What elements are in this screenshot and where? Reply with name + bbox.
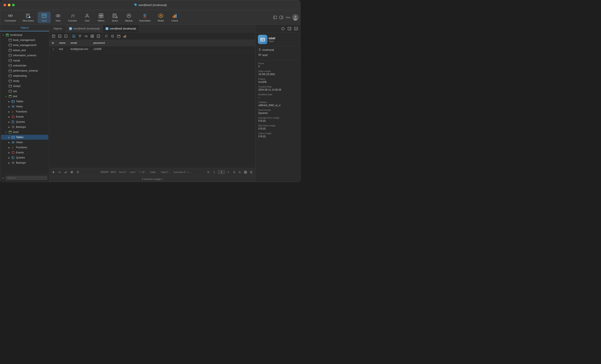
tree-item-test2-events[interactable]: ▶ ! Events [1, 150, 48, 155]
tree-item-test-views[interactable]: ▶ Views [1, 104, 48, 109]
sidebar-resize-handle[interactable]: ⇔ [2, 176, 4, 179]
prev-page-btn[interactable] [212, 170, 217, 175]
toolbar-connection[interactable]: Connection [2, 12, 19, 23]
tree-item-test-backups[interactable]: ▶ Backups [1, 125, 48, 129]
tree-item-study2[interactable]: study2 [1, 84, 48, 89]
tree-item-test-events[interactable]: ▶ ! Events [1, 114, 48, 119]
edit-row-btn[interactable] [57, 34, 62, 39]
export-btn[interactable] [71, 34, 77, 39]
sidebar-tab-objects[interactable]: Objects [0, 25, 49, 31]
settings-btn[interactable] [237, 170, 242, 175]
table-body: 1 test test@gmail.com 123456 [49, 46, 255, 52]
stop-btn[interactable] [110, 34, 115, 39]
function-label: Function [68, 20, 77, 22]
info-toggle-btn[interactable]: i [280, 26, 286, 31]
tree-item-sys[interactable]: sys [1, 89, 48, 94]
tree-item-onlineorder[interactable]: onlineOrder [1, 63, 48, 68]
list-display-btn[interactable] [249, 170, 254, 175]
table-row[interactable]: 1 test test@gmail.com 123456 [49, 46, 255, 52]
sidebar-bottom: ⇔ [0, 174, 49, 182]
minimize-button[interactable] [8, 4, 10, 6]
svg-rect-43 [273, 16, 277, 19]
sidebar-toggle-icon[interactable] [272, 15, 278, 20]
tree-item-test2-queries[interactable]: ▶ Queries [1, 155, 48, 160]
next-page-btn[interactable] [226, 170, 231, 175]
tree-item-ebean-test[interactable]: ebean_test [1, 48, 48, 53]
toolbar-automation[interactable]: Automation [136, 12, 154, 23]
delete-row-btn[interactable] [63, 34, 69, 39]
toolbar-function[interactable]: ƒ Function [65, 12, 80, 23]
columns-btn[interactable] [96, 34, 101, 39]
right-panel-icon-row: i [255, 25, 300, 33]
stop-record-btn[interactable] [82, 170, 87, 175]
add-row-btn[interactable] [51, 34, 56, 39]
sidebar-tree[interactable]: ▾ localmysql book_management [0, 31, 49, 174]
toolbar-user[interactable]: User [80, 12, 94, 23]
svg-rect-114 [97, 35, 100, 38]
toolbar-new-query[interactable]: New Query [20, 12, 37, 23]
tree-item-book-management3[interactable]: book_management3 [1, 43, 48, 48]
toolbar-others[interactable]: Others [94, 12, 108, 23]
toolbar-backup[interactable]: Backup [122, 12, 136, 23]
toolbar-query[interactable]: Query [108, 12, 121, 23]
svg-point-58 [9, 75, 12, 76]
bottom-sql-text: INSERT INTO `test2`.`user` (`id`, `name`… [88, 171, 205, 174]
chart-btn[interactable] [122, 34, 127, 39]
tree-item-test-functions[interactable]: ▶ ƒ Functions [1, 109, 48, 114]
column-header-id[interactable]: id [49, 40, 56, 46]
data-table-container[interactable]: id name email password 1 test test@gmail… [49, 40, 255, 168]
grid-view-btn[interactable] [90, 34, 95, 39]
toolbar-view[interactable]: View [51, 12, 65, 23]
toolbar-charts[interactable]: Charts [168, 12, 181, 23]
svg-rect-120 [117, 35, 120, 38]
close-button[interactable] [3, 4, 6, 6]
folder-event-icon-test2: ! [11, 151, 15, 154]
columns-panel-btn[interactable] [287, 26, 292, 31]
search-input[interactable] [6, 176, 48, 180]
tree-item-test-queries[interactable]: ▶ Queries [1, 119, 48, 124]
info-row-max-data-len: Max Data Length 0 B (0) [258, 124, 297, 130]
tree-item-book-management[interactable]: book_management [1, 38, 48, 42]
toolbar-model[interactable]: Model [154, 12, 167, 23]
info-row-modified: Modified Date -- [258, 93, 297, 99]
info-label-collation: Collation [258, 101, 297, 103]
refresh-btn[interactable] [104, 34, 109, 39]
panel-toggle-icon[interactable] [279, 15, 284, 20]
tree-item-test2-backups[interactable]: ▶ Backups [1, 160, 48, 165]
indexes-panel-btn[interactable] [293, 26, 299, 31]
tree-item-test2-tables[interactable]: ▶ Tables [1, 135, 48, 140]
tree-item-performance-schema[interactable]: performance_schema [1, 68, 48, 73]
last-page-btn[interactable] [231, 170, 236, 175]
filter-btn[interactable] [77, 34, 83, 39]
first-page-btn[interactable] [206, 170, 211, 175]
tree-item-information-schema[interactable]: information_schema [1, 53, 48, 58]
tree-item-mysql[interactable]: mysql [1, 58, 48, 63]
reload-btn[interactable] [75, 170, 80, 175]
tree-item-study[interactable]: study [1, 79, 48, 83]
delete-record-btn[interactable] [57, 170, 62, 175]
grid-display-btn[interactable] [243, 170, 248, 175]
tree-item-test2-functions[interactable]: ▶ ƒ Functions [1, 145, 48, 150]
sort-btn[interactable] [83, 34, 89, 39]
content-tab-1[interactable]: user@test2 (localmysql) [66, 25, 103, 32]
column-header-name[interactable]: name [56, 40, 68, 46]
add-record-btn[interactable] [51, 170, 56, 175]
profile-avatar[interactable] [292, 14, 299, 21]
content-tab-2[interactable]: user@test2 (localmysql) [103, 25, 139, 32]
tree-item-test-tables[interactable]: ▶ Tables [1, 99, 48, 104]
apply-btn[interactable] [63, 170, 68, 175]
maximize-button[interactable] [12, 4, 15, 6]
toolbar-table[interactable]: Table [38, 12, 51, 23]
schedule-btn[interactable] [116, 34, 121, 39]
tree-item-staybooking[interactable]: staybooking [1, 73, 48, 78]
page-number-input[interactable] [218, 170, 225, 174]
tree-item-test[interactable]: ▾ test [1, 94, 48, 99]
discard-btn[interactable] [69, 170, 74, 175]
column-header-email[interactable]: email [68, 40, 91, 46]
tree-item-test2-views[interactable]: ▶ Views [1, 140, 48, 145]
column-header-password[interactable]: password [91, 40, 107, 46]
tree-item-test2[interactable]: ▾ test2 [1, 130, 48, 135]
tree-item-localmysql[interactable]: ▾ localmysql [1, 32, 48, 37]
svg-point-69 [12, 116, 14, 118]
tab-objects[interactable]: Objects [49, 25, 66, 32]
